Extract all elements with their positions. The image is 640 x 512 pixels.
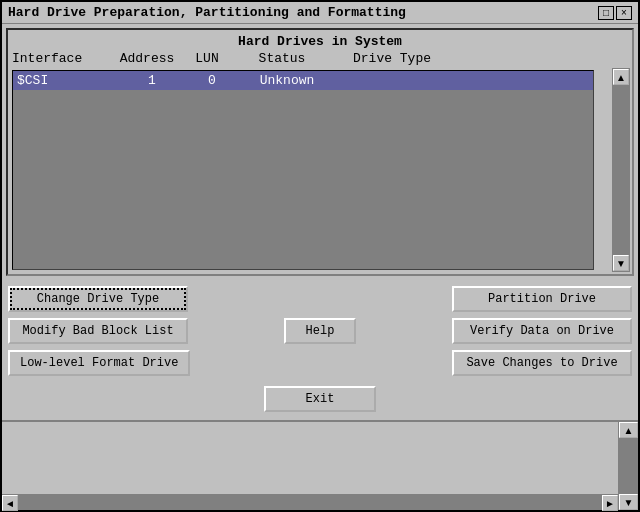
- col-header-address: Address: [112, 51, 182, 66]
- scroll-up-button[interactable]: ▲: [613, 69, 629, 85]
- col-header-status: Status: [232, 51, 332, 66]
- drive-lun: 0: [187, 73, 237, 88]
- bottom-scroll-up-button[interactable]: ▲: [619, 422, 638, 438]
- main-window: Hard Drive Preparation, Partitioning and…: [0, 0, 640, 512]
- bottom-panel: ◄ ► ▲ ▼: [2, 420, 638, 510]
- modify-bad-block-button[interactable]: Modify Bad Block List: [8, 318, 188, 344]
- verify-data-button[interactable]: Verify Data on Drive: [452, 318, 632, 344]
- bottom-vertical-scrollbar: ▲ ▼: [618, 422, 638, 510]
- drives-panel-title: Hard Drives in System: [8, 30, 632, 51]
- drive-address: 1: [117, 73, 187, 88]
- scroll-right-button[interactable]: ►: [602, 495, 618, 511]
- minimize-button[interactable]: □: [598, 6, 614, 20]
- table-row[interactable]: $CSI 1 0 Unknown: [13, 71, 593, 90]
- drive-interface: $CSI: [17, 73, 117, 88]
- scroll-track-horizontal: [18, 495, 602, 510]
- buttons-area: Change Drive Type Partition Drive Modify…: [6, 282, 634, 416]
- change-drive-type-button[interactable]: Change Drive Type: [8, 286, 188, 312]
- col-header-interface: Interface: [12, 51, 112, 66]
- window-title: Hard Drive Preparation, Partitioning and…: [8, 5, 406, 20]
- drives-list[interactable]: $CSI 1 0 Unknown: [12, 70, 594, 270]
- bottom-scroll-track: [619, 438, 638, 494]
- col-header-lun: LUN: [182, 51, 232, 66]
- drive-status: Unknown: [237, 73, 337, 88]
- vertical-scrollbar: ▲ ▼: [612, 68, 630, 272]
- column-headers: Interface Address LUN Status Drive Type: [8, 51, 632, 66]
- content-area: Hard Drives in System Interface Address …: [2, 24, 638, 420]
- close-button[interactable]: ×: [616, 6, 632, 20]
- low-level-format-button[interactable]: Low-level Format Drive: [8, 350, 190, 376]
- help-button[interactable]: Help: [284, 318, 357, 344]
- title-buttons: □ ×: [598, 6, 632, 20]
- title-bar: Hard Drive Preparation, Partitioning and…: [2, 2, 638, 24]
- drives-panel: Hard Drives in System Interface Address …: [6, 28, 634, 276]
- scroll-down-button[interactable]: ▼: [613, 255, 629, 271]
- save-changes-button[interactable]: Save Changes to Drive: [452, 350, 632, 376]
- horizontal-scrollbar: ◄ ►: [2, 494, 618, 510]
- col-header-drivetype: Drive Type: [332, 51, 452, 66]
- exit-button[interactable]: Exit: [264, 386, 377, 412]
- drive-type: [337, 73, 457, 88]
- scroll-track-vertical: [613, 85, 629, 255]
- bottom-scroll-down-button[interactable]: ▼: [619, 494, 638, 510]
- exit-row: Exit: [8, 386, 632, 412]
- partition-drive-button[interactable]: Partition Drive: [452, 286, 632, 312]
- scroll-left-button[interactable]: ◄: [2, 495, 18, 511]
